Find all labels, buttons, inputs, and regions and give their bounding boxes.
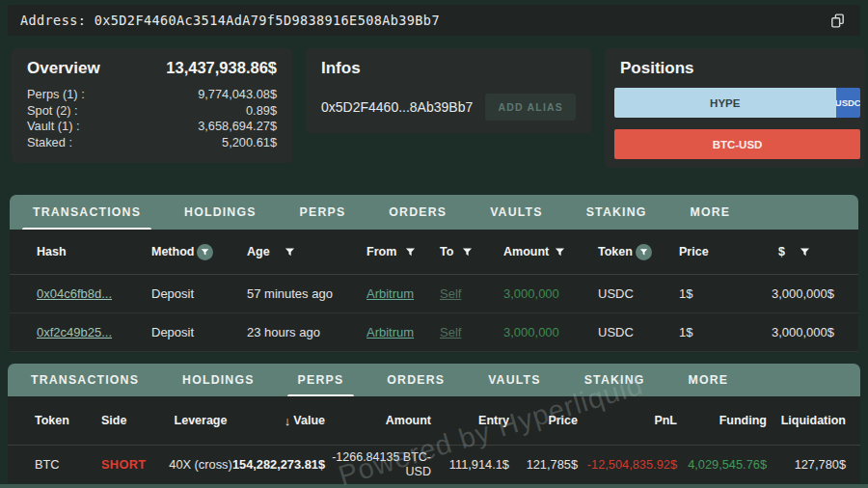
tab-transactions[interactable]: TRANSACTIONS (21, 195, 152, 230)
perp-liquidation: 127,780$ (767, 457, 846, 472)
tx-amount: 3,000,000 (503, 325, 598, 339)
stat-label: Spot (2) : (27, 103, 78, 120)
transactions-header-row: Hash Method Age From To (10, 230, 858, 275)
tx-age: 57 minutes ago (247, 286, 366, 301)
perps-table: Token Side Leverage ↓ Value Amount Entry… (8, 396, 860, 483)
summary-cards-row: Overview 13,437,938.86$ Perps (1) : 9,77… (12, 48, 865, 168)
perps-header-row: Token Side Leverage ↓ Value Amount Entry… (8, 396, 860, 446)
tab-holdings[interactable]: HOLDINGS (173, 195, 268, 230)
col-header-method: Method (151, 244, 247, 260)
transactions-panel: TRANSACTIONS HOLDINGS PERPS ORDERS VAULT… (10, 195, 858, 352)
col-header-price: Price (509, 414, 578, 427)
tx-token: USDC (598, 325, 679, 339)
tx-amount: 3,000,000 (503, 286, 598, 301)
tab-vaults[interactable]: VAULTS (478, 195, 555, 230)
col-header-price: Price (679, 245, 743, 258)
tab-orders[interactable]: ORDERS (377, 195, 458, 230)
stat-value: 0.89$ (246, 103, 277, 120)
perp-leverage: 40X (cross) (165, 457, 236, 472)
infos-card: Infos 0x5D2F4460...8Ab39Bb7 ADD ALIAS (306, 48, 591, 133)
transaction-row: 0xf2c49b25... Deposit 23 hours ago Arbit… (10, 313, 858, 352)
perp-value: 154,282,273.81$ (236, 457, 325, 472)
tx-to-link[interactable]: Self (440, 325, 461, 339)
filter-icon[interactable] (800, 247, 810, 258)
filter-icon[interactable] (285, 247, 295, 258)
perp-price: 121,785$ (509, 457, 578, 472)
stat-value: 9,774,043.08$ (198, 87, 277, 103)
tab-transactions[interactable]: TRANSACTIONS (19, 364, 150, 396)
tab-more[interactable]: MORE (677, 364, 741, 396)
tx-method: Deposit (151, 286, 247, 301)
col-header-age: Age (247, 245, 366, 258)
overview-title: Overview (27, 59, 100, 78)
col-header-amount: Amount (325, 414, 431, 427)
tab-perps[interactable]: PERPS (288, 195, 358, 230)
tx-hash-link[interactable]: 0x04c6fb8d... (37, 286, 112, 301)
stat-value: 3,658,694.27$ (198, 119, 277, 135)
position-segment-btc-usd[interactable]: BTC-USD (614, 129, 860, 159)
positions-bar-perp: BTC-USD (614, 129, 860, 159)
perp-side: SHORT (101, 457, 165, 472)
tx-price: 1$ (679, 325, 743, 339)
filter-icon[interactable] (636, 244, 652, 260)
col-header-usd: $ (743, 245, 858, 258)
col-header-value[interactable]: ↓ Value (236, 414, 325, 428)
tab-holdings[interactable]: HOLDINGS (171, 364, 266, 396)
perps-panel: TRANSACTIONS HOLDINGS PERPS ORDERS VAULT… (8, 364, 860, 483)
transactions-table: Hash Method Age From To (10, 230, 858, 352)
tab-vaults[interactable]: VAULTS (476, 364, 553, 396)
short-address: 0x5D2F4460...8Ab39Bb7 (321, 99, 473, 115)
overview-card: Overview 13,437,938.86$ Perps (1) : 9,77… (12, 48, 292, 163)
overview-row-spot: Spot (2) : 0.89$ (27, 103, 277, 120)
tx-price: 1$ (679, 286, 743, 301)
perp-entry: 111,914.1$ (431, 457, 509, 472)
filter-icon[interactable] (555, 247, 565, 258)
overview-total-value: 13,437,938.86$ (166, 59, 277, 77)
filter-icon[interactable] (462, 247, 473, 258)
infos-title: Infos (321, 59, 361, 77)
perps-tabbar: TRANSACTIONS HOLDINGS PERPS ORDERS VAULT… (8, 364, 860, 396)
col-header-amount: Amount (503, 245, 598, 258)
tab-staking[interactable]: STAKING (573, 364, 657, 396)
bottom-edge-strip (0, 484, 868, 488)
stat-label: Staked : (27, 135, 72, 151)
sort-desc-icon: ↓ (285, 414, 291, 428)
tx-from-link[interactable]: Arbitrum (366, 286, 414, 301)
tab-staking[interactable]: STAKING (575, 195, 659, 230)
positions-bar-spot: HYPE USDC (614, 88, 860, 118)
col-header-from: From (366, 245, 440, 258)
col-header-to: To (440, 245, 503, 258)
stat-value: 5,200.61$ (222, 135, 277, 151)
tx-token: USDC (598, 286, 679, 301)
overview-row-vault: Vault (1) : 3,658,694.27$ (27, 119, 277, 135)
tx-from-link[interactable]: Arbitrum (366, 325, 414, 339)
tab-perps[interactable]: PERPS (286, 364, 356, 396)
col-header-token: Token (35, 414, 101, 427)
filter-icon[interactable] (197, 244, 213, 260)
tab-orders[interactable]: ORDERS (375, 364, 456, 396)
tx-age: 23 hours ago (247, 325, 366, 339)
tx-hash-link[interactable]: 0xf2c49b25... (37, 325, 112, 339)
copy-address-button[interactable] (827, 10, 848, 31)
positions-card: Positions HYPE USDC BTC-USD (605, 48, 865, 168)
perp-amount: -1266.84135 BTC-USD (325, 450, 431, 478)
position-segment-hype[interactable]: HYPE (614, 88, 836, 118)
copy-icon (829, 13, 846, 29)
tx-method: Deposit (151, 325, 247, 339)
add-alias-button[interactable]: ADD ALIAS (485, 94, 576, 121)
tab-more[interactable]: MORE (679, 195, 743, 230)
transaction-row: 0x04c6fb8d... Deposit 57 minutes ago Arb… (10, 275, 858, 313)
filter-icon[interactable] (405, 247, 416, 258)
perp-funding: 4,029,545.76$ (677, 457, 767, 472)
col-header-side: Side (101, 414, 165, 427)
transactions-tabbar: TRANSACTIONS HOLDINGS PERPS ORDERS VAULT… (10, 195, 858, 230)
positions-title: Positions (620, 59, 860, 78)
position-segment-usdc[interactable]: USDC (836, 88, 861, 118)
col-header-leverage: Leverage (165, 414, 236, 427)
tx-to-link[interactable]: Self (440, 286, 461, 301)
col-header-token: Token (598, 244, 679, 260)
address-bar: Address: 0x5D2F4460Ac3514AdA79f5D9838916… (8, 5, 860, 36)
stat-label: Vault (1) : (27, 119, 80, 135)
col-header-entry: Entry (431, 414, 509, 427)
perp-pnl: -12,504,835.92$ (578, 457, 677, 472)
